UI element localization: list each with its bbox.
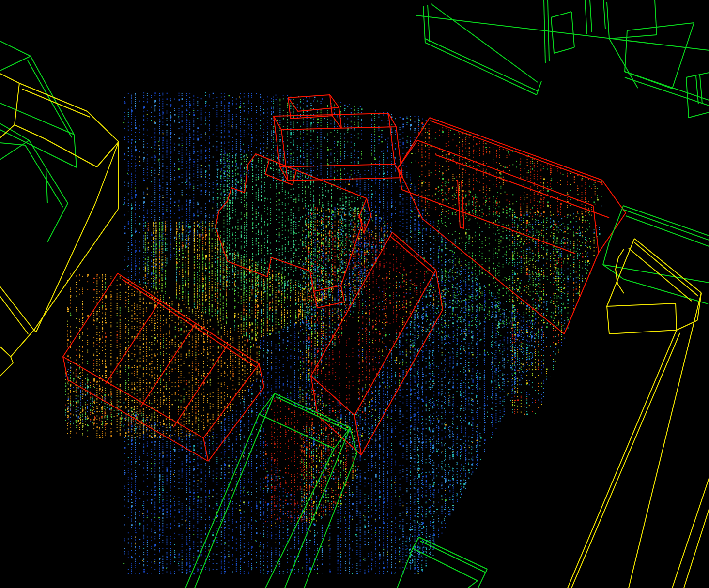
- lidar-3d-viewport[interactable]: [0, 0, 709, 588]
- point-cloud-canvas[interactable]: [0, 0, 709, 588]
